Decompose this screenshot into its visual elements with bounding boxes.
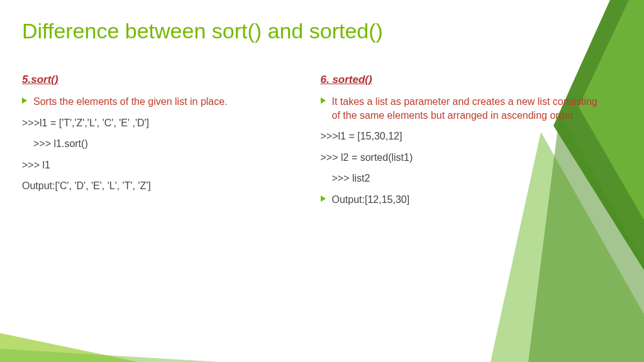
content-columns: 5.sort() Sorts the elements of the given… <box>22 74 606 214</box>
left-code2: >>> l1.sort() <box>22 137 308 151</box>
right-output: Output:[12,15,30] <box>332 193 607 207</box>
right-code1: >>>l1 = [15,30,12] <box>321 129 607 143</box>
right-desc: It takes a list as parameter and creates… <box>332 95 607 122</box>
left-column: 5.sort() Sorts the elements of the given… <box>22 74 308 214</box>
code-line: >>> list2 <box>321 172 607 185</box>
output-line: Output:['C', 'D', 'E', 'L', 'T', 'Z'] <box>22 179 308 193</box>
right-column: 6. sorted() It takes a list as parameter… <box>321 74 607 214</box>
slide-title: Difference between sort() and sorted() <box>22 19 606 43</box>
left-heading: 5.sort() <box>22 74 308 86</box>
code-line: >>>l1 = ['T','Z','L', 'C', 'E' ,'D'] <box>22 116 308 130</box>
bullet-icon <box>22 97 27 104</box>
code-line: >>> l2 = sorted(list1) <box>321 151 607 165</box>
bullet-icon <box>321 195 326 202</box>
left-output: Output:['C', 'D', 'E', 'L', 'T', 'Z'] <box>22 179 308 193</box>
left-desc-line: Sorts the elements of the given list in … <box>22 95 308 109</box>
code-line: >>> l1 <box>22 158 308 172</box>
right-heading: 6. sorted() <box>321 74 607 86</box>
code-line: >>>l1 = [15,30,12] <box>321 129 607 143</box>
right-desc-line: It takes a list as parameter and creates… <box>321 95 607 122</box>
left-code1: >>>l1 = ['T','Z','L', 'C', 'E' ,'D'] <box>22 116 308 130</box>
right-code3: >>> list2 <box>321 172 607 185</box>
left-code3: >>> l1 <box>22 158 308 172</box>
right-code2: >>> l2 = sorted(list1) <box>321 151 607 165</box>
output-line: Output:[12,15,30] <box>321 193 607 207</box>
bullet-icon <box>321 97 326 104</box>
left-desc: Sorts the elements of the given list in … <box>33 95 308 109</box>
code-line: >>> l1.sort() <box>22 137 308 151</box>
